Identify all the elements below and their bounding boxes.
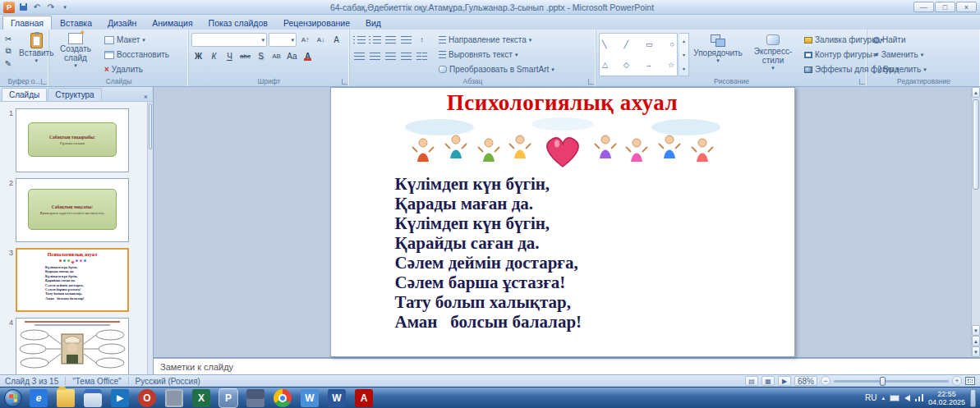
tab-view[interactable]: Вид bbox=[358, 16, 389, 30]
notes-pane[interactable]: Заметки к слайду bbox=[154, 357, 980, 374]
media-player-icon[interactable]: ▶ bbox=[111, 389, 129, 407]
text-direction-button[interactable]: Направление текста ▾ bbox=[435, 33, 558, 47]
numbering-button[interactable] bbox=[368, 33, 382, 47]
shrink-font-button[interactable]: А↓ bbox=[314, 33, 328, 47]
writer-app-icon[interactable]: W bbox=[301, 389, 319, 407]
normal-view-icon[interactable]: ▤ bbox=[745, 376, 758, 386]
scroll-up-icon[interactable]: ▲ bbox=[972, 87, 980, 98]
chrome-icon[interactable] bbox=[274, 389, 292, 407]
scrollbar-thumb[interactable] bbox=[973, 99, 979, 190]
underline-button[interactable]: Ч bbox=[223, 49, 237, 63]
thumbnail-canvas[interactable]: Психологиялық ахуал ♥ Күлімдеп күн бүгін… bbox=[16, 248, 129, 312]
shape-star-icon[interactable]: ☆ bbox=[668, 61, 674, 69]
decrease-indent-button[interactable] bbox=[384, 33, 398, 47]
undo-icon[interactable]: ↶ bbox=[31, 2, 43, 13]
columns-button[interactable] bbox=[415, 49, 429, 63]
justify-button[interactable] bbox=[399, 49, 413, 63]
shape-diamond-icon[interactable]: ◇ bbox=[623, 61, 629, 69]
shapes-gallery-scroll[interactable]: ▴ ▾ ▾ bbox=[679, 33, 689, 76]
replace-button[interactable]: ⇄ Заменить ▾ bbox=[870, 48, 978, 62]
panel-scrollbar-thumb[interactable] bbox=[149, 103, 152, 149]
scroll-down-icon[interactable]: ▼ bbox=[972, 325, 980, 336]
internet-explorer-icon[interactable]: e bbox=[30, 389, 48, 407]
bold-button[interactable]: Ж bbox=[191, 49, 205, 63]
fit-to-window-icon[interactable] bbox=[965, 377, 975, 385]
slide-thumbnail-3-selected[interactable]: 3 Психологиялық ахуал ♥ Күлімдеп күн бүг… bbox=[3, 248, 145, 312]
calculator-icon[interactable] bbox=[246, 389, 265, 407]
next-slide-icon[interactable]: ▼ bbox=[972, 346, 980, 357]
zoom-slider-thumb[interactable] bbox=[880, 377, 886, 386]
gallery-up-icon[interactable]: ▴ bbox=[679, 34, 688, 48]
window-app-icon[interactable] bbox=[84, 389, 102, 407]
vertical-scrollbar[interactable]: ▲ ▼ ▲ ▼ bbox=[971, 87, 980, 357]
file-explorer-icon[interactable] bbox=[57, 389, 75, 407]
font-dialog-launcher-icon[interactable] bbox=[342, 79, 347, 85]
save-icon[interactable] bbox=[17, 2, 29, 13]
slide-thumbnail-2[interactable]: 2 Сабақтың мақсаты: Қиындағы суретті сөз… bbox=[3, 178, 145, 242]
show-desktop-button[interactable] bbox=[970, 389, 976, 407]
zoom-out-icon[interactable]: − bbox=[821, 376, 830, 386]
slide-poem[interactable]: Күлімдеп күн бүгін, Қарады маған да. Күл… bbox=[331, 174, 794, 332]
font-name-combo[interactable]: ▾ bbox=[191, 33, 267, 47]
language-badge[interactable]: RU bbox=[865, 393, 876, 402]
quick-styles-button[interactable]: Экспресс-стили ▾ bbox=[747, 33, 799, 76]
tab-slideshow[interactable]: Показ слайдов bbox=[201, 16, 275, 30]
copy-button[interactable]: ⧉ bbox=[2, 45, 14, 57]
slideshow-view-icon[interactable]: ▶ bbox=[778, 376, 791, 386]
drawing-dialog-launcher-icon[interactable] bbox=[859, 79, 865, 85]
keyboard-tray-icon[interactable] bbox=[890, 395, 899, 401]
italic-button[interactable]: К bbox=[207, 49, 221, 63]
paragraph-dialog-launcher-icon[interactable] bbox=[588, 79, 594, 85]
powerpoint-taskbar-icon[interactable]: P bbox=[219, 389, 237, 407]
delete-slide-button[interactable]: × Удалить bbox=[101, 62, 173, 76]
increase-indent-button[interactable] bbox=[399, 33, 413, 47]
reset-slide-button[interactable]: Восстановить bbox=[101, 48, 173, 62]
convert-to-smartart-button[interactable]: Преобразовать в SmartArt ▾ bbox=[435, 62, 558, 76]
align-center-button[interactable] bbox=[368, 49, 382, 63]
thumbnail-canvas[interactable] bbox=[16, 318, 129, 374]
volume-icon[interactable] bbox=[904, 395, 910, 401]
tab-design[interactable]: Дизайн bbox=[100, 16, 144, 30]
slide-title[interactable]: Психологиялық ахуал bbox=[331, 90, 794, 116]
qat-customize-chevron-icon[interactable]: ▾ bbox=[59, 2, 71, 13]
clear-formatting-button[interactable]: А bbox=[329, 33, 343, 47]
font-size-combo[interactable]: ▾ bbox=[269, 33, 297, 47]
thumbnail-canvas[interactable]: Сабақтың тақырыбы: Ғұлама ғалым bbox=[16, 108, 129, 172]
grow-font-button[interactable]: А↑ bbox=[298, 33, 312, 47]
font-color-button[interactable]: А bbox=[301, 49, 315, 63]
network-icon[interactable] bbox=[915, 394, 923, 401]
opera-icon[interactable]: O bbox=[138, 389, 156, 407]
redo-icon[interactable]: ↷ bbox=[45, 2, 57, 13]
app-icon[interactable] bbox=[165, 389, 183, 407]
change-case-button[interactable]: Аа bbox=[285, 49, 299, 63]
shape-ellipse-icon[interactable]: ○ bbox=[670, 40, 674, 48]
tab-home[interactable]: Главная bbox=[2, 16, 52, 30]
tab-animation[interactable]: Анимация bbox=[145, 16, 200, 30]
thumbnail-canvas[interactable]: Сабақтың мақсаты: Қиындағы суретті сөзбе… bbox=[16, 178, 129, 242]
cut-button[interactable]: ✂ bbox=[2, 33, 14, 44]
format-painter-button[interactable]: ✎ bbox=[2, 57, 14, 69]
slide-sorter-view-icon[interactable]: ▦ bbox=[761, 376, 775, 386]
acrobat-icon[interactable]: A bbox=[355, 389, 373, 407]
maximize-button[interactable]: □ bbox=[935, 2, 955, 12]
strikethrough-button[interactable]: abc bbox=[238, 49, 252, 63]
gallery-down-icon[interactable]: ▾ bbox=[679, 48, 688, 62]
zoom-in-icon[interactable]: + bbox=[952, 376, 962, 386]
panel-close-icon[interactable]: × bbox=[140, 93, 151, 101]
tab-insert[interactable]: Вставка bbox=[53, 16, 99, 30]
slide-thumbnail-1[interactable]: 1 Сабақтың тақырыбы: Ғұлама ғалым bbox=[3, 108, 145, 172]
new-slide-button[interactable]: Создать слайд ▾ bbox=[52, 31, 99, 76]
excel-icon[interactable]: X bbox=[192, 389, 210, 407]
slide[interactable]: Психологиялық ахуал bbox=[330, 87, 795, 357]
clock[interactable]: 22:55 04.02.2025 bbox=[928, 390, 965, 406]
minimize-button[interactable]: — bbox=[913, 2, 934, 12]
shape-line-icon[interactable]: ╲ bbox=[602, 40, 606, 48]
align-text-button[interactable]: Выровнять текст ▾ bbox=[435, 48, 558, 62]
zoom-slider[interactable] bbox=[834, 380, 949, 383]
tray-expand-icon[interactable]: ▴ bbox=[881, 395, 885, 401]
align-right-button[interactable] bbox=[384, 49, 398, 63]
panel-scrollbar[interactable] bbox=[147, 102, 153, 374]
arrange-button[interactable]: Упорядочить ▾ bbox=[691, 33, 745, 76]
shapes-gallery[interactable]: ╲ ╱ ▭ ○ △ ◇ → ☆ bbox=[599, 33, 678, 76]
shape-triangle-icon[interactable]: △ bbox=[602, 61, 608, 69]
